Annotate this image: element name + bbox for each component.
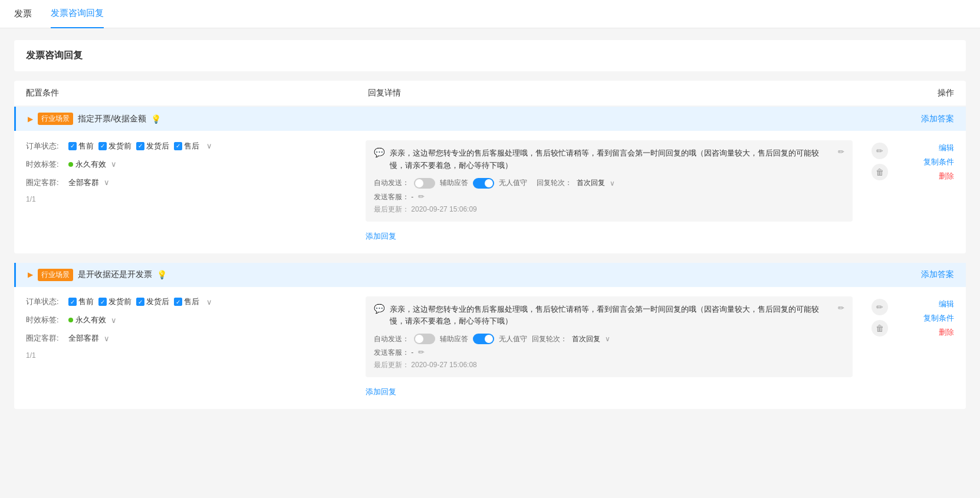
checkbox-box-7: ✓ [136, 298, 144, 306]
audience-dropdown-1[interactable]: ∨ [101, 177, 112, 188]
expand-arrow-1[interactable]: ▶ [28, 115, 33, 123]
time-dropdown-1[interactable]: ∨ [108, 159, 119, 170]
checkbox-label-after-ship-1: 发货后 [146, 141, 169, 151]
checkbox-before-ship-2[interactable]: ✓ 发货前 [98, 296, 131, 307]
checkbox-before-sale-1[interactable]: ✓ 售前 [68, 141, 94, 151]
config-panel-1: 订单状态: ✓ 售前 ✓ 发货前 ✓ 发货后 [26, 140, 356, 244]
status-dropdown-2[interactable]: ∨ [204, 296, 215, 308]
col-header-config: 配置条件 [26, 88, 368, 98]
right-action-col-2: 编辑 复制条件 删除 [907, 296, 954, 400]
audience-row-1: 圈定客群: 全部客群 ∨ [26, 177, 356, 188]
reply-count-value-2: 首次回复 [572, 334, 600, 344]
last-update-value-2: 2020-09-27 15:06:08 [411, 361, 476, 369]
time-value-1[interactable]: 永久有效 ∨ [68, 159, 119, 170]
auto-send-toggle-2[interactable] [414, 334, 435, 344]
page-row-2: 1/1 [26, 351, 356, 360]
edit-service-icon-2[interactable]: ✏ [418, 348, 425, 357]
unattended-toggle-2[interactable] [473, 334, 494, 344]
delete-icon-btn-2[interactable]: 🗑 [872, 320, 888, 337]
nav-title[interactable]: 发票 [14, 8, 32, 19]
industry-tag-2: 行业场景 [38, 269, 73, 281]
checkbox-box-5: ✓ [68, 298, 77, 306]
status-dropdown-1[interactable]: ∨ [204, 140, 215, 151]
edit-link-2[interactable]: 编辑 [939, 299, 954, 309]
add-answer-btn-1[interactable]: 添加答案 [921, 114, 954, 124]
checkbox-before-ship-1[interactable]: ✓ 发货前 [98, 141, 131, 151]
time-text-2: 永久有效 [75, 315, 106, 325]
add-answer-btn-2[interactable]: 添加答案 [921, 269, 954, 280]
time-value-2[interactable]: 永久有效 ∨ [68, 315, 119, 326]
time-row-2: 时效标签: 永久有效 ∨ [26, 315, 356, 326]
last-update-label-2: 最后更新： [374, 361, 409, 369]
checkbox-label-after-sale-2: 售后 [184, 296, 199, 307]
audience-value-2[interactable]: 全部客群 ∨ [68, 333, 112, 344]
reply-text-2: 亲亲，这边帮您转专业的售后客服处理哦，售后较忙请稍等，看到留言会第一时间回复的哦… [390, 304, 831, 328]
col-header-action: 操作 [907, 88, 954, 98]
audience-text-2: 全部客群 [68, 333, 99, 344]
assist-label-2: 辅助应答 [440, 334, 468, 344]
bulb-icon-2: 💡 [157, 270, 167, 279]
time-text-1: 永久有效 [75, 159, 106, 170]
auto-send-toggle-1[interactable] [414, 178, 435, 189]
nav-active-tab[interactable]: 发票咨询回复 [51, 1, 104, 28]
edit-service-icon-1[interactable]: ✏ [418, 192, 425, 201]
action-icon-col-2: ✏ 🗑 [862, 296, 897, 400]
green-dot-2 [68, 318, 73, 322]
delete-link-2[interactable]: 删除 [939, 327, 954, 338]
reply-count-dropdown-2[interactable]: ∨ [603, 334, 613, 344]
send-service-row-2: 发送客服： - ✏ [374, 348, 844, 358]
delete-link-1[interactable]: 删除 [939, 171, 954, 182]
audience-label-1: 圈定客群: [26, 177, 68, 188]
checkbox-before-sale-2[interactable]: ✓ 售前 [68, 296, 94, 307]
reply-count-value-1: 首次回复 [577, 178, 605, 188]
audience-dropdown-2[interactable]: ∨ [101, 333, 112, 344]
send-service-label-2: 发送客服： [374, 348, 409, 357]
send-service-value-1: - [411, 193, 413, 201]
chat-icon-2: 💬 [374, 304, 385, 314]
auto-send-label-1: 自动发送： [374, 178, 409, 188]
time-label-1: 时效标签: [26, 159, 68, 170]
order-status-label-1: 订单状态: [26, 141, 68, 151]
section-2-header: ▶ 行业场景 是开收据还是开发票 💡 添加答案 [14, 263, 966, 287]
reply-content-1: 💬 亲亲，这边帮您转专业的售后客服处理哦，售后较忙请稍等，看到留言会第一时间回复… [374, 147, 844, 172]
delete-icon-btn-1[interactable]: 🗑 [872, 164, 888, 180]
unattended-toggle-1[interactable] [473, 178, 494, 189]
reply-count-dropdown-1[interactable]: ∨ [607, 178, 617, 189]
section-2-title: 是开收据还是开发票 [78, 269, 152, 280]
edit-icon-btn-1[interactable]: ✏ [872, 143, 888, 159]
bulb-icon-1: 💡 [151, 114, 161, 124]
checkbox-label-before-sale-1: 售前 [78, 141, 94, 151]
checkbox-after-sale-2[interactable]: ✓ 售后 [174, 296, 199, 307]
reply-count-select-1[interactable]: 首次回复 ∨ [577, 178, 617, 189]
edit-icon-btn-2[interactable]: ✏ [872, 299, 888, 315]
checkbox-after-ship-2[interactable]: ✓ 发货后 [136, 296, 169, 307]
checkbox-after-sale-1[interactable]: ✓ 售后 [174, 141, 199, 151]
add-reply-btn-1[interactable]: 添加回复 [366, 229, 396, 244]
checkbox-box-3: ✓ [136, 142, 144, 150]
unattended-label-2: 无人值守 [499, 334, 527, 344]
time-dropdown-2[interactable]: ∨ [108, 315, 119, 326]
checkbox-label-before-ship-2: 发货前 [108, 296, 131, 307]
expand-arrow-2[interactable]: ▶ [28, 271, 33, 279]
edit-text-icon-1[interactable]: ✏ [838, 147, 844, 156]
audience-value-1[interactable]: 全部客群 ∨ [68, 177, 112, 188]
col-header-reply: 回复详情 [368, 88, 907, 98]
copy-link-1[interactable]: 复制条件 [923, 157, 954, 167]
reply-count-select-2[interactable]: 首次回复 ∨ [572, 334, 613, 344]
section-1-title: 指定开票/收据金额 [78, 114, 146, 124]
green-dot-1 [68, 162, 73, 167]
checkbox-box-2: ✓ [98, 142, 107, 150]
checkbox-after-ship-1[interactable]: ✓ 发货后 [136, 141, 169, 151]
audience-row-2: 圈定客群: 全部客群 ∨ [26, 333, 356, 344]
edit-link-1[interactable]: 编辑 [939, 143, 954, 153]
add-reply-btn-2[interactable]: 添加回复 [366, 384, 396, 400]
reply-panel-1: 💬 亲亲，这边帮您转专业的售后客服处理哦，售后较忙请稍等，看到留言会第一时间回复… [366, 140, 853, 244]
checkbox-label-after-ship-2: 发货后 [146, 296, 169, 307]
audience-text-1: 全部客群 [68, 177, 99, 188]
edit-text-icon-2[interactable]: ✏ [838, 304, 844, 312]
reply-content-2: 💬 亲亲，这边帮您转专业的售后客服处理哦，售后较忙请稍等，看到留言会第一时间回复… [374, 304, 844, 328]
last-update-label-1: 最后更新： [374, 205, 409, 213]
copy-link-2[interactable]: 复制条件 [923, 313, 954, 324]
checkbox-box-1: ✓ [68, 142, 77, 150]
unattended-label-1: 无人值守 [499, 178, 527, 188]
